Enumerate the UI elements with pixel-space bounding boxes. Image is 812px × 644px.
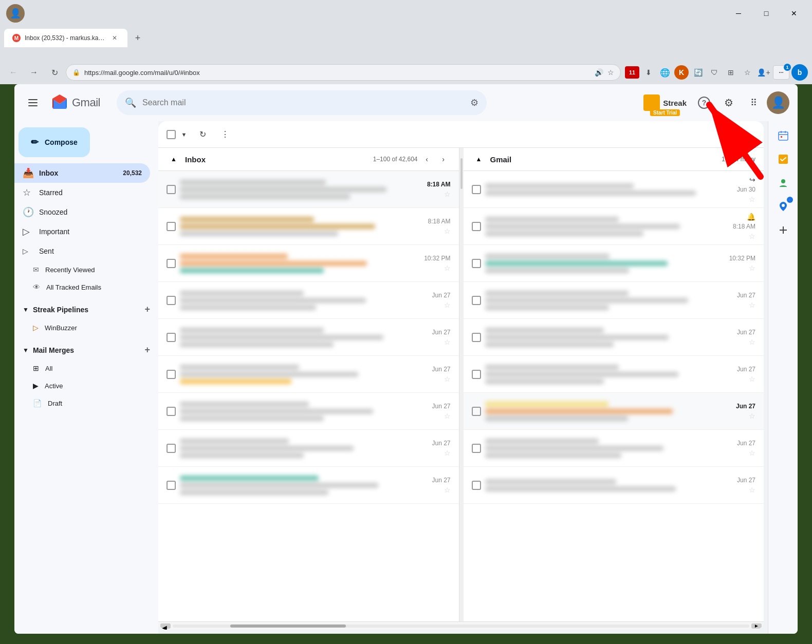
ext-icon-share[interactable]: 👤+ (756, 65, 771, 80)
ext-icon-1[interactable]: 11 (625, 66, 639, 79)
refresh-button[interactable]: ↻ (45, 63, 64, 82)
mail-merges-add-button[interactable]: + (144, 345, 150, 355)
streak-pipelines-header[interactable]: ▼ Streak Pipelines + (14, 300, 158, 319)
star-button[interactable]: ☆ (749, 449, 755, 457)
star-button[interactable]: ☆ (444, 264, 451, 272)
more-options-button[interactable]: ⋮ (216, 125, 234, 144)
search-tune-icon[interactable]: ⚙ (470, 97, 478, 108)
email-row[interactable]: 10:32 PM ☆ (464, 245, 764, 282)
email-row[interactable]: Jun 27 ☆ (158, 356, 459, 393)
email-row[interactable]: 8:18 AM ☆ (158, 171, 459, 208)
star-button[interactable]: ☆ (444, 449, 451, 457)
star-button[interactable]: ☆ (749, 232, 755, 240)
tab-close-button[interactable]: ✕ (110, 33, 119, 43)
email-row[interactable]: Jun 27 ☆ (464, 393, 764, 430)
email-row[interactable]: Jun 27 ☆ (464, 356, 764, 393)
search-bar[interactable]: 🔍 ⚙ (117, 90, 487, 115)
right-sidebar-tasks-icon[interactable] (773, 149, 793, 169)
email-row[interactable]: Jun 27 ☆ (464, 430, 764, 467)
mail-merges-header[interactable]: ▼ Mail Merges + (14, 340, 158, 359)
sidebar-item-inbox[interactable]: 📥 Inbox 20,532 (14, 163, 150, 183)
hamburger-menu[interactable] (23, 92, 43, 113)
streak-pipelines-add-button[interactable]: + (144, 304, 150, 315)
email-row[interactable]: 🔔 8:18 AM ☆ (464, 208, 764, 245)
email-row[interactable]: Jun 27 ☆ (158, 393, 459, 430)
email-row[interactable]: Jun 27 ☆ (464, 467, 764, 504)
star-button[interactable]: ☆ (444, 338, 451, 346)
email-row[interactable]: Jun 27 ☆ (464, 319, 764, 356)
browser-profile[interactable]: 👤 (6, 4, 25, 23)
sidebar-item-sent[interactable]: ▷ Sent (14, 241, 150, 261)
sidebar-item-snoozed[interactable]: 🕐 Snoozed (14, 202, 150, 222)
star-button[interactable]: ☆ (749, 338, 755, 346)
email-checkbox[interactable] (167, 481, 176, 490)
inbox-prev-button[interactable]: ‹ (420, 152, 434, 166)
read-aloud-icon[interactable]: 🔊 (595, 68, 603, 77)
star-button[interactable]: ☆ (749, 195, 755, 203)
email-checkbox[interactable] (167, 222, 176, 231)
h-scroll-thumb[interactable] (230, 624, 345, 628)
sidebar-item-active-merges[interactable]: ▶ Active (14, 377, 150, 394)
ext-icon-favorites[interactable]: ☆ (740, 65, 754, 80)
star-button[interactable]: ☆ (749, 412, 755, 420)
email-checkbox[interactable] (472, 370, 481, 379)
star-button[interactable]: ☆ (749, 375, 755, 383)
ext-icon-profile[interactable]: K (674, 65, 689, 80)
h-scroll-right[interactable]: ► (751, 623, 762, 629)
forward-button[interactable]: → (25, 63, 43, 82)
select-dropdown-button[interactable]: ▼ (179, 125, 189, 144)
email-checkbox[interactable] (472, 296, 481, 305)
sidebar-item-all-tracked-emails[interactable]: 👁 All Tracked Emails (14, 278, 150, 296)
email-checkbox[interactable] (167, 296, 176, 305)
right-sidebar-add-icon[interactable] (773, 220, 793, 240)
minimize-button[interactable]: ─ (727, 5, 750, 22)
sidebar-item-recently-viewed[interactable]: ✉ Recently Viewed (14, 261, 150, 278)
email-checkbox[interactable] (472, 481, 481, 490)
user-avatar[interactable]: 👤 (767, 91, 789, 114)
email-checkbox[interactable] (472, 222, 481, 231)
star-button[interactable]: ☆ (444, 227, 451, 235)
email-row[interactable]: Jun 27 ☆ (158, 319, 459, 356)
email-checkbox[interactable] (167, 370, 176, 379)
right-sidebar-maps-icon[interactable]: · (773, 196, 793, 217)
star-button[interactable]: ☆ (749, 264, 755, 272)
email-checkbox[interactable] (472, 259, 481, 268)
email-row[interactable]: Jun 27 ☆ (158, 430, 459, 467)
settings-button[interactable]: ⚙ (717, 91, 740, 114)
new-tab-button[interactable]: + (131, 31, 145, 45)
back-button[interactable]: ← (4, 63, 23, 82)
inbox-next-button[interactable]: › (436, 152, 451, 166)
ext-icon-shield[interactable]: 🛡 (707, 65, 722, 80)
star-button[interactable]: ☆ (749, 486, 755, 494)
sidebar-item-starred[interactable]: ☆ Starred (14, 183, 150, 202)
email-row[interactable]: Jun 27 ☆ (158, 467, 459, 504)
streak-button[interactable]: Streak Start Trial (639, 92, 691, 113)
ext-icon-3[interactable]: 🌐 (658, 65, 672, 80)
sidebar-item-important[interactable]: ▷ Important (14, 222, 150, 241)
h-scroll-left[interactable]: ◄ (160, 623, 171, 629)
email-row[interactable]: Jun 27 ☆ (464, 282, 764, 319)
email-row[interactable]: Jun 27 ☆ (158, 282, 459, 319)
address-bar[interactable]: 🔒 https://mail.google.com/mail/u/0/#inbo… (66, 64, 621, 81)
star-button[interactable]: ☆ (749, 301, 755, 309)
star-button[interactable]: ☆ (444, 190, 451, 198)
email-row[interactable]: ↪ Jun 30 ☆ (464, 171, 764, 208)
close-button[interactable]: ✕ (782, 5, 806, 22)
sidebar-item-all-merges[interactable]: ⊞ All (14, 359, 150, 377)
inbox-collapse-button[interactable]: ▲ (167, 152, 181, 166)
right-sidebar-calendar-icon[interactable] (773, 125, 793, 146)
refresh-emails-button[interactable]: ↻ (193, 125, 212, 144)
email-checkbox[interactable] (472, 444, 481, 453)
email-checkbox[interactable] (167, 185, 176, 194)
star-button[interactable]: ☆ (444, 412, 451, 420)
bing-icon[interactable]: b (791, 64, 808, 81)
extensions-menu-button[interactable]: ··· 1 (773, 65, 789, 80)
email-checkbox[interactable] (472, 185, 481, 194)
gmail-collapse-button[interactable]: ▲ (472, 152, 486, 166)
email-checkbox[interactable] (167, 407, 176, 416)
email-checkbox[interactable] (167, 259, 176, 268)
email-checkbox[interactable] (167, 333, 176, 342)
select-all-checkbox[interactable] (167, 130, 176, 139)
star-button[interactable]: ☆ (444, 301, 451, 309)
help-button[interactable]: ? (693, 91, 715, 114)
